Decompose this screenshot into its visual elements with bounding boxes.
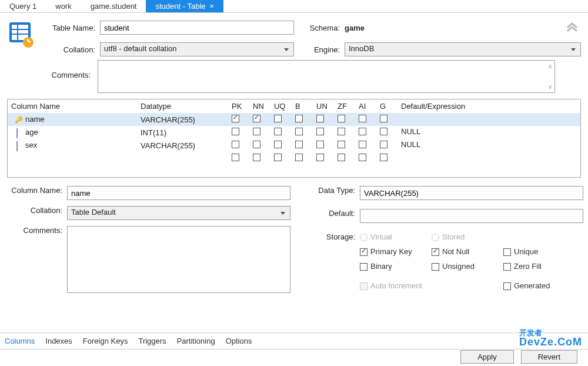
column-name-cell[interactable]: age <box>11 128 141 137</box>
zerofill-checkbox[interactable] <box>503 263 511 271</box>
tab-query1[interactable]: Query 1 <box>0 0 46 12</box>
tab-student-table[interactable]: student - Table ✕ <box>146 0 223 12</box>
col-header-b[interactable]: B <box>295 102 316 111</box>
pk-checkbox[interactable] <box>232 115 239 122</box>
nn-checkbox[interactable] <box>253 141 260 148</box>
g-checkbox[interactable] <box>380 115 387 122</box>
datatype-cell[interactable]: VARCHAR(255) <box>141 141 232 150</box>
uq-checkbox[interactable] <box>274 115 282 122</box>
table-header: Table Name: Schema: game Collation: utf8… <box>0 13 588 59</box>
uq-checkbox[interactable] <box>274 128 282 135</box>
btab-columns[interactable]: Columns <box>5 337 35 345</box>
grid-empty-row[interactable] <box>8 152 580 165</box>
default-value[interactable]: NULL <box>401 140 573 151</box>
ai-checkbox[interactable] <box>359 115 366 122</box>
zf-checkbox[interactable] <box>338 154 345 161</box>
table-row[interactable]: sexVARCHAR(255)NULL <box>8 139 580 152</box>
binary-checkbox[interactable] <box>360 263 368 271</box>
virtual-radio <box>360 234 368 241</box>
tab-game-student[interactable]: game.student <box>81 0 146 12</box>
col-header-name[interactable]: Column Name <box>11 102 141 111</box>
un-checkbox[interactable] <box>316 141 324 148</box>
g-checkbox[interactable] <box>380 128 387 135</box>
editor-tabs: Query 1 work game.student student - Tabl… <box>0 0 588 13</box>
unique-checkbox[interactable] <box>503 248 511 256</box>
detail-default-input[interactable] <box>360 209 583 223</box>
notnull-checkbox[interactable] <box>432 248 439 256</box>
column-name-cell[interactable]: 🔑name <box>11 115 141 124</box>
apply-button[interactable]: Apply <box>460 350 514 364</box>
g-checkbox[interactable] <box>380 154 387 161</box>
detail-collation-select[interactable]: Table Default <box>67 206 290 220</box>
datatype-cell[interactable]: INT(11) <box>141 128 232 137</box>
un-checkbox[interactable] <box>316 154 324 161</box>
detail-comments-textarea[interactable] <box>67 226 290 293</box>
scroll-down-icon[interactable]: ∨ <box>548 84 552 90</box>
pk-checkbox[interactable] <box>232 141 239 148</box>
nn-checkbox[interactable] <box>253 115 260 122</box>
close-icon[interactable]: ✕ <box>209 3 214 9</box>
zf-checkbox[interactable] <box>338 128 345 135</box>
table-row[interactable]: 🔑nameVARCHAR(255) <box>8 113 580 126</box>
col-header-pk[interactable]: PK <box>232 102 253 111</box>
unsigned-checkbox[interactable] <box>432 263 439 271</box>
default-input[interactable] <box>401 114 573 125</box>
uq-checkbox[interactable] <box>274 141 282 148</box>
b-checkbox[interactable] <box>295 115 303 122</box>
zerofill-label: Zero Fill <box>514 262 542 271</box>
btab-partitioning[interactable]: Partitioning <box>177 337 215 345</box>
default-value[interactable]: NULL <box>401 127 573 138</box>
un-checkbox[interactable] <box>316 115 324 122</box>
g-checkbox[interactable] <box>380 141 387 148</box>
col-header-g[interactable]: G <box>380 102 401 111</box>
stored-label: Stored <box>442 232 465 241</box>
detail-datatype-input[interactable] <box>360 186 583 200</box>
comments-textarea[interactable]: ∧ ∨ <box>98 60 555 93</box>
col-header-zf[interactable]: ZF <box>338 102 359 111</box>
collapse-icon[interactable] <box>563 19 581 36</box>
tab-work[interactable]: work <box>46 0 81 12</box>
col-header-datatype[interactable]: Datatype <box>141 102 232 111</box>
detail-comments-label: Comments: <box>7 226 62 235</box>
btab-indexes[interactable]: Indexes <box>45 337 72 345</box>
col-header-default[interactable]: Default/Expression <box>401 102 577 111</box>
btab-options[interactable]: Options <box>226 337 252 345</box>
generated-checkbox[interactable] <box>503 282 511 290</box>
pk-checkbox[interactable] <box>232 154 239 161</box>
nn-checkbox[interactable] <box>253 154 260 161</box>
primarykey-checkbox[interactable] <box>360 248 368 256</box>
col-header-ai[interactable]: AI <box>359 102 380 111</box>
column-name-cell[interactable]: sex <box>11 141 141 150</box>
datatype-cell[interactable]: VARCHAR(255) <box>141 115 232 124</box>
btab-foreignkeys[interactable]: Foreign Keys <box>83 337 128 345</box>
col-header-nn[interactable]: NN <box>253 102 274 111</box>
diamond-icon <box>15 142 23 150</box>
detail-default-label: Default: <box>308 209 355 218</box>
b-checkbox[interactable] <box>295 141 303 148</box>
table-name-input[interactable] <box>100 21 294 35</box>
engine-select[interactable]: InnoDB <box>345 42 581 56</box>
col-header-un[interactable]: UN <box>316 102 338 111</box>
zf-checkbox[interactable] <box>338 141 345 148</box>
pk-checkbox[interactable] <box>232 128 239 135</box>
b-checkbox[interactable] <box>295 128 303 135</box>
table-icon <box>7 19 35 48</box>
ai-checkbox[interactable] <box>359 128 366 135</box>
unique-label: Unique <box>514 247 538 256</box>
column-detail: Column Name: Collation: Table Default Co… <box>0 178 588 293</box>
revert-button[interactable]: Revert <box>521 350 577 364</box>
scroll-up-icon[interactable]: ∧ <box>548 63 552 69</box>
collation-select[interactable]: utf8 - default collation <box>100 42 294 56</box>
ai-checkbox[interactable] <box>359 154 366 161</box>
virtual-label: Virtual <box>370 232 392 241</box>
table-row[interactable]: ageINT(11)NULL <box>8 126 580 139</box>
detail-colname-input[interactable] <box>67 186 290 200</box>
zf-checkbox[interactable] <box>338 115 345 122</box>
col-header-uq[interactable]: UQ <box>274 102 295 111</box>
ai-checkbox[interactable] <box>359 141 366 148</box>
btab-triggers[interactable]: Triggers <box>138 337 166 345</box>
nn-checkbox[interactable] <box>253 128 260 135</box>
un-checkbox[interactable] <box>316 128 324 135</box>
uq-checkbox[interactable] <box>274 154 282 161</box>
b-checkbox[interactable] <box>295 154 303 161</box>
